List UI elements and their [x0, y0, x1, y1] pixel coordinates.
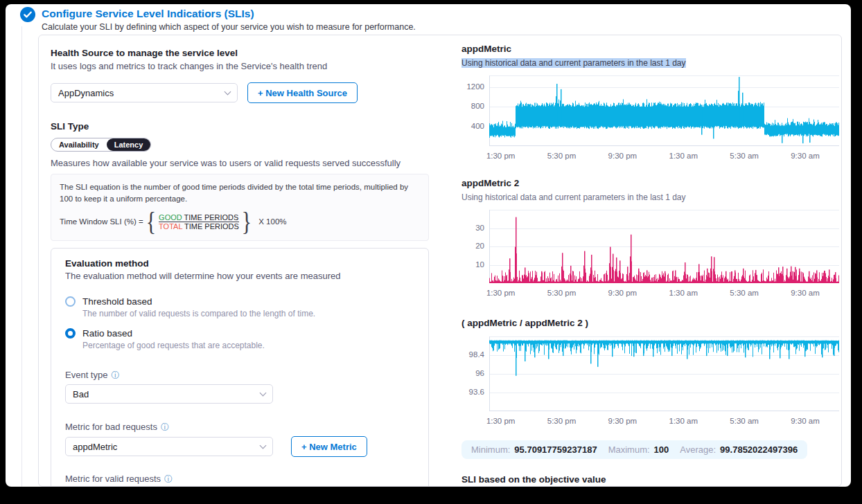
- equation-formula: Time Window SLI (%) = { GOOD TIME PERIOD…: [60, 210, 420, 233]
- metric-bad-value: appdMetric: [73, 442, 117, 452]
- x-tick-label: 1:30 am: [669, 289, 698, 297]
- event-type-label: Event type: [65, 370, 107, 380]
- sli-equation-box: The SLI equation is the number of good t…: [51, 174, 429, 241]
- x-tick-label: 5:30 pm: [547, 289, 577, 297]
- y-tick-label: 400: [461, 122, 484, 130]
- chart1-subtitle: Using historical data and current parame…: [461, 58, 686, 68]
- health-source-description: It uses logs and metrics to track change…: [51, 61, 429, 71]
- x-tick-label: 1:30 am: [669, 152, 698, 160]
- left-brace: {: [146, 207, 156, 237]
- chart1-title: appdMetric: [461, 44, 841, 54]
- chart3-canvas: [489, 336, 839, 411]
- ratio-description: Percentage of good requests that are acc…: [82, 341, 414, 350]
- sli-type-toggle: Availability Latency: [51, 138, 151, 152]
- chevron-down-icon: [225, 88, 231, 95]
- y-tick-label: 30: [461, 224, 484, 232]
- chart2-plot: 1020301:30 pm5:30 pm9:30 pm1:30 am5:30 a…: [461, 210, 841, 301]
- page-subtitle: Calculate your SLI by defining which asp…: [42, 22, 416, 32]
- y-tick-label: 93.6: [461, 388, 484, 396]
- info-icon[interactable]: ⓘ: [111, 371, 119, 379]
- chart2-canvas: [489, 210, 839, 283]
- new-metric-bad-button[interactable]: + New Metric: [291, 436, 367, 457]
- y-tick-label: 10: [461, 260, 484, 269]
- maximum-value: 100: [654, 444, 669, 455]
- x-tick-label: 9:30 pm: [608, 152, 637, 160]
- y-tick-label: 1200: [461, 82, 484, 91]
- health-source-select[interactable]: AppDynamics: [51, 83, 238, 102]
- chevron-down-icon: [260, 389, 267, 396]
- equation-description: The SLI equation is the number of good t…: [60, 181, 420, 204]
- x-tick-label: 5:30 am: [730, 152, 759, 160]
- x-tick-label: 1:30 pm: [486, 417, 516, 425]
- x-tick-label: 5:30 am: [730, 289, 759, 297]
- x-tick-label: 9:30 am: [791, 152, 820, 160]
- chart1-plot: 40080012001:30 pm5:30 pm9:30 pm1:30 am5:…: [461, 75, 841, 164]
- average-label: Average:: [680, 444, 716, 455]
- x-tick-label: 1:30 pm: [486, 152, 516, 160]
- equation-rhs: X 100%: [258, 217, 286, 226]
- sli-type-description: Measures how available your service was …: [51, 158, 429, 168]
- chart2-title: appdMetric 2: [461, 178, 841, 188]
- objective-section-heading: SLI based on the objective value: [461, 474, 841, 485]
- metric-bad-label: Metric for bad requests: [65, 422, 157, 432]
- evaluation-method-box: Evaluation method The evaluation method …: [51, 248, 429, 487]
- ratio-radio[interactable]: [65, 328, 76, 339]
- x-tick-label: 9:30 am: [791, 417, 820, 425]
- ratio-label: Ratio based: [82, 328, 132, 339]
- minimum-label: Minimum:: [471, 444, 510, 455]
- y-tick-label: 96: [461, 369, 484, 377]
- chart2-subtitle: Using historical data and current parame…: [461, 192, 686, 202]
- chart1-canvas: [489, 75, 839, 146]
- info-icon[interactable]: ⓘ: [161, 423, 169, 431]
- event-type-value: Bad: [73, 389, 89, 399]
- health-source-value: AppDynamics: [58, 88, 114, 98]
- chart3-title: ( appdMetric / appdMetric 2 ): [461, 318, 841, 328]
- sli-config-card: Health Source to manage the service leve…: [38, 35, 842, 487]
- equation-lhs: Time Window SLI (%) =: [60, 217, 143, 226]
- x-tick-label: 9:30 am: [791, 289, 820, 297]
- wizard-step-line: [21, 26, 22, 487]
- y-tick-label: 20: [461, 242, 484, 250]
- metric-bad-select[interactable]: appdMetric: [65, 437, 273, 456]
- threshold-description: The number of valid requests is compared…: [82, 309, 414, 318]
- minimum-value: 95.70917759237187: [514, 444, 597, 455]
- total-periods-text: TOTAL: [159, 222, 182, 231]
- page-panel: Configure Service Level Indicatiors (SLI…: [6, 4, 851, 487]
- event-type-select[interactable]: Bad: [65, 384, 273, 404]
- threshold-radio[interactable]: [65, 296, 76, 307]
- x-tick-label: 1:30 am: [669, 417, 698, 425]
- chart3-plot: 93.69698.41:30 pm5:30 pm9:30 pm1:30 am5:…: [461, 336, 841, 429]
- info-icon[interactable]: ⓘ: [164, 475, 173, 483]
- x-tick-label: 5:30 pm: [547, 417, 577, 425]
- right-brace: }: [242, 207, 252, 237]
- sli-type-latency-pill[interactable]: Latency: [107, 138, 151, 151]
- x-tick-label: 9:30 pm: [608, 289, 637, 297]
- y-tick-label: 800: [461, 102, 484, 110]
- x-tick-label: 5:30 am: [730, 417, 759, 425]
- equation-fraction: GOOD TIME PERIODS TOTAL TIME PERIODS: [159, 213, 239, 231]
- step-complete-check-icon: [20, 7, 35, 22]
- threshold-label: Threshold based: [82, 296, 152, 307]
- charts-column: appdMetric Using historical data and cur…: [461, 35, 841, 485]
- x-tick-label: 5:30 pm: [547, 152, 577, 160]
- y-tick-label: 98.4: [461, 350, 484, 359]
- page-title: Configure Service Level Indicatiors (SLI…: [42, 8, 254, 20]
- evaluation-heading: Evaluation method: [65, 258, 414, 269]
- average-value: 99.7852022497396: [720, 444, 798, 455]
- good-periods-text: GOOD: [159, 213, 182, 222]
- metric-valid-label: Metric for valid requests: [65, 474, 161, 484]
- ratio-stats-bar: Minimum:95.70917759237187 Maximum:100 Av…: [461, 440, 807, 459]
- sli-type-availability-pill[interactable]: Availability: [51, 138, 107, 151]
- health-source-label: Health Source to manage the service leve…: [51, 48, 429, 58]
- sli-form-column: Health Source to manage the service leve…: [51, 35, 429, 487]
- x-tick-label: 9:30 pm: [608, 417, 637, 425]
- x-tick-label: 1:30 pm: [486, 289, 516, 297]
- chevron-down-icon: [260, 442, 267, 449]
- evaluation-description: The evaluation method will determine how…: [65, 271, 414, 281]
- sli-type-label: SLI Type: [51, 121, 429, 132]
- new-health-source-button[interactable]: + New Health Source: [247, 82, 358, 103]
- maximum-label: Maximum:: [608, 444, 650, 455]
